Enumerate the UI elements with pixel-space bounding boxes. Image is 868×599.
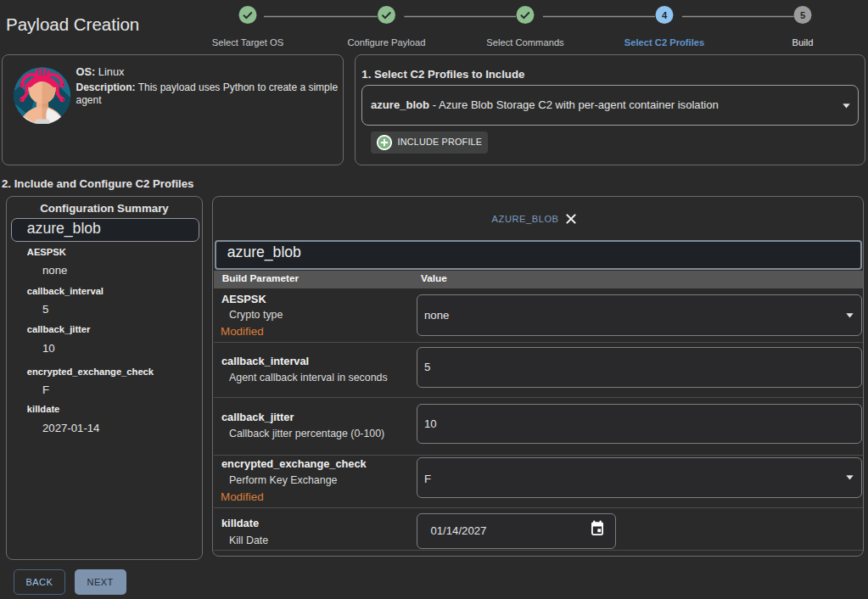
svg-text:4: 4 — [662, 10, 668, 20]
svg-text:5: 5 — [800, 10, 805, 20]
